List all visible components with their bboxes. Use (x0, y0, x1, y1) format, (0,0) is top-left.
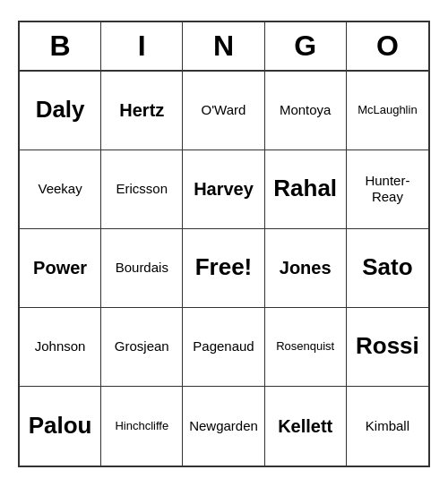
header-letter-o: O (347, 22, 428, 70)
bingo-cell-r0-c4: McLaughlin (347, 72, 428, 150)
cell-text: Free! (186, 253, 260, 281)
cell-text: Newgarden (186, 418, 260, 434)
header-letter-g: G (265, 22, 347, 70)
cell-text: O'Ward (186, 102, 260, 118)
header-letter-i: I (101, 22, 183, 70)
bingo-cell-r4-c3: Kellett (265, 387, 347, 466)
bingo-cell-r4-c0: Palou (20, 387, 101, 466)
bingo-cell-r0-c3: Montoya (265, 72, 347, 150)
bingo-cell-r1-c4: Hunter-Reay (347, 150, 428, 229)
cell-text: Rosenquist (269, 339, 342, 354)
cell-text: Harvey (186, 178, 260, 200)
cell-text: Grosjean (105, 338, 178, 355)
cell-text: Kellett (269, 415, 342, 437)
bingo-cell-r3-c2: Pagenaud (183, 308, 264, 387)
cell-text: Ericsson (105, 181, 178, 197)
bingo-grid: DalyHertzO'WardMontoyaMcLaughlinVeekayEr… (20, 72, 428, 466)
bingo-cell-r4-c2: Newgarden (183, 387, 264, 466)
cell-text: Hertz (105, 99, 178, 121)
bingo-cell-r2-c2: Free! (183, 229, 264, 308)
bingo-cell-r0-c2: O'Ward (183, 72, 264, 150)
header-letter-n: N (183, 22, 264, 70)
bingo-cell-r3-c0: Johnson (20, 308, 101, 387)
bingo-cell-r2-c0: Power (20, 229, 101, 308)
bingo-cell-r1-c2: Harvey (183, 150, 264, 229)
bingo-cell-r0-c0: Daly (20, 72, 101, 150)
bingo-cell-r2-c1: Bourdais (101, 229, 183, 308)
cell-text: Johnson (23, 338, 97, 355)
cell-text: Hinchcliffe (105, 419, 178, 433)
cell-text: Montoya (269, 102, 342, 118)
cell-text: Sato (350, 253, 425, 281)
bingo-cell-r2-c4: Sato (347, 229, 428, 308)
bingo-cell-r3-c4: Rossi (347, 308, 428, 387)
cell-text: Jones (269, 257, 342, 278)
bingo-cell-r1-c1: Ericsson (101, 150, 183, 229)
cell-text: Veekay (23, 181, 97, 197)
cell-text: Palou (23, 412, 97, 440)
cell-text: Hunter-Reay (350, 173, 425, 205)
bingo-cell-r4-c1: Hinchcliffe (101, 387, 183, 466)
cell-text: McLaughlin (350, 103, 425, 117)
bingo-header: BINGO (20, 22, 428, 72)
bingo-cell-r1-c0: Veekay (20, 150, 101, 229)
bingo-cell-r3-c3: Rosenquist (265, 308, 347, 387)
bingo-cell-r1-c3: Rahal (265, 150, 347, 229)
cell-text: Rossi (350, 332, 425, 360)
bingo-card: BINGO DalyHertzO'WardMontoyaMcLaughlinVe… (18, 21, 430, 467)
cell-text: Pagenaud (186, 338, 260, 355)
bingo-cell-r0-c1: Hertz (101, 72, 183, 150)
cell-text: Kimball (350, 418, 425, 434)
cell-text: Daly (23, 96, 97, 124)
bingo-cell-r2-c3: Jones (265, 229, 347, 308)
header-letter-b: B (20, 22, 101, 70)
bingo-cell-r3-c1: Grosjean (101, 308, 183, 387)
cell-text: Bourdais (105, 260, 178, 276)
cell-text: Rahal (269, 175, 342, 202)
cell-text: Power (23, 257, 97, 278)
bingo-cell-r4-c4: Kimball (347, 387, 428, 466)
